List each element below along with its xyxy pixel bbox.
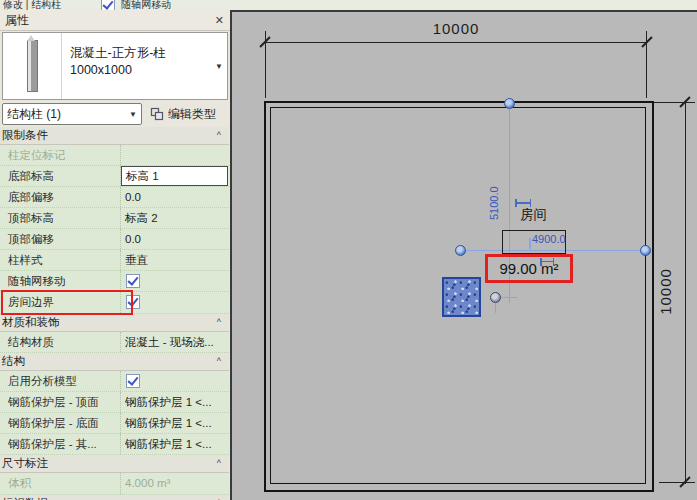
close-icon[interactable]: ✕ [215, 10, 224, 30]
property-row-room-bounding: 房间边界 [0, 292, 229, 314]
edit-type-icon [150, 107, 164, 121]
section-header-constraints[interactable]: 限制条件^ [0, 127, 229, 145]
dim-witness-tick [529, 238, 531, 249]
collapse-icon[interactable]: ^ [217, 314, 221, 331]
right-dimension-line[interactable] [685, 102, 686, 484]
property-row: 钢筋保护层 - 其... 钢筋保护层 1 <... [0, 434, 229, 455]
drag-handle-left[interactable] [455, 245, 466, 256]
right-dimension-value[interactable]: 10000 [657, 262, 674, 322]
collapse-icon[interactable]: ^ [217, 495, 221, 500]
column-move-handle[interactable] [490, 292, 501, 303]
selected-value-cell[interactable]: 标高 1 [121, 166, 228, 186]
handle-crosshair-h [499, 297, 517, 298]
property-row: 底部偏移 0.0 [0, 187, 229, 208]
selection-filter-label: 结构柱 (1) [7, 106, 61, 123]
type-size: 1000x1000 [70, 62, 207, 79]
chevron-down-icon[interactable]: ▼ [211, 33, 227, 99]
property-row: 结构材质 混凝土 - 现场浇... [0, 332, 229, 353]
top-dimension-value[interactable]: 10000 [426, 20, 486, 37]
room-area-value[interactable]: 99.00 m² [499, 260, 558, 277]
analytical-model-checkbox[interactable] [126, 374, 140, 388]
type-name: 混凝土-正方形-柱 1000x1000 [62, 33, 211, 99]
property-row: 启用分析模型 [0, 371, 229, 392]
property-row: 底部标高 标高 1 [0, 166, 229, 187]
structural-column[interactable] [442, 277, 481, 317]
column-3d-icon [27, 40, 38, 92]
collapse-icon[interactable]: ^ [217, 455, 221, 472]
drag-handle-right[interactable] [640, 245, 651, 256]
collapse-icon[interactable]: ^ [217, 353, 221, 370]
room-tag-label[interactable]: 房间 [502, 206, 565, 224]
section-header-structural[interactable]: 结构^ [0, 353, 229, 371]
type-family: 混凝土-正方形-柱 [70, 45, 207, 62]
move-with-grids-property-checkbox[interactable] [126, 274, 140, 288]
edit-type-button[interactable]: 编辑类型 [150, 106, 216, 123]
right-dim-extension-bottom [659, 482, 695, 483]
property-row: 顶部标高 标高 2 [0, 208, 229, 229]
drag-handle-top[interactable] [504, 98, 515, 109]
property-grid: 限制条件^ 柱定位标记 底部标高 标高 1 底部偏移 0.0 顶部标高 标高 2… [0, 127, 229, 500]
property-row: 随轴网移动 [0, 271, 229, 292]
section-header-identity[interactable]: 标识数据^ [0, 495, 229, 500]
property-row: 柱样式 垂直 [0, 250, 229, 271]
property-row: 体积 4.000 m³ [0, 473, 229, 495]
property-row: 钢筋保护层 - 底面 钢筋保护层 1 <... [0, 413, 229, 434]
property-row: 顶部偏移 0.0 [0, 229, 229, 250]
properties-title-bar: 属性 ✕ [0, 10, 230, 31]
drawing-canvas[interactable]: 10000 10000 5100.0 房间 4900.0 99.00 m² [230, 10, 697, 500]
chevron-down-icon: ▼ [129, 110, 137, 119]
room-bounding-checkbox[interactable] [126, 295, 140, 309]
section-header-dimensions[interactable]: 尺寸标注^ [0, 455, 229, 473]
right-dim-extension-top [654, 102, 695, 103]
selection-row: 结构柱 (1) ▼ 编辑类型 [2, 102, 228, 126]
edit-type-label: 编辑类型 [168, 106, 216, 123]
properties-panel: 属性 ✕ 混凝土-正方形-柱 1000x1000 ▼ 结构柱 (1) ▼ 编辑类… [0, 10, 231, 500]
dim-end-marker-icon [515, 202, 531, 204]
top-dimension-line[interactable] [265, 42, 647, 43]
selection-filter-dropdown[interactable]: 结构柱 (1) ▼ [2, 103, 142, 125]
room-area-highlight-box: 99.00 m² [485, 254, 573, 283]
section-header-materials[interactable]: 材质和装饰^ [0, 314, 229, 332]
property-row: 柱定位标记 [0, 145, 229, 166]
type-selector[interactable]: 混凝土-正方形-柱 1000x1000 ▼ [2, 32, 228, 100]
properties-title: 属性 [5, 13, 29, 27]
room-vertical-dim-value[interactable]: 5100.0 [488, 176, 500, 220]
property-row: 钢筋保护层 - 顶面 钢筋保护层 1 <... [0, 392, 229, 413]
type-preview-image [3, 33, 62, 99]
room-horizontal-dim-value[interactable]: 4900.0 [532, 233, 565, 245]
collapse-icon[interactable]: ^ [217, 127, 221, 144]
